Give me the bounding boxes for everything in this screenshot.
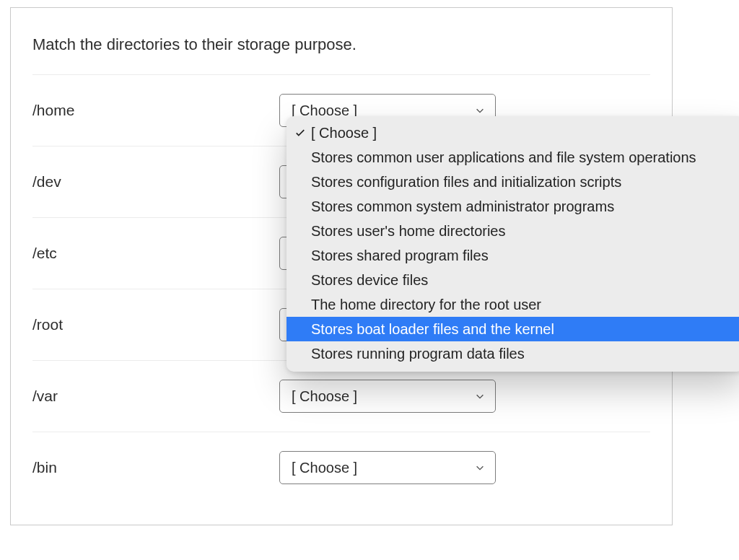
dropdown-option[interactable]: Stores common system administrator progr…: [287, 194, 739, 219]
dropdown-menu[interactable]: [ Choose ]Stores common user application…: [287, 116, 739, 372]
directory-label: /root: [32, 316, 279, 333]
chevron-down-icon: [475, 463, 485, 473]
dropdown-option-label: [ Choose ]: [311, 123, 377, 143]
select-value: [ Choose ]: [292, 460, 357, 476]
dropdown-option[interactable]: Stores running program data files: [287, 341, 739, 366]
choose-select[interactable]: [ Choose ]: [279, 380, 496, 413]
dropdown-option[interactable]: Stores boat loader files and the kernel: [287, 317, 739, 341]
chevron-down-icon: [475, 105, 485, 115]
directory-label: /var: [32, 388, 279, 405]
directory-label: /dev: [32, 173, 279, 191]
dropdown-option[interactable]: [ Choose ]: [287, 121, 739, 145]
directory-label: /bin: [32, 459, 279, 476]
matching-row: /bin [ Choose ]: [32, 432, 650, 503]
chevron-down-icon: [475, 391, 485, 401]
directory-label: /etc: [32, 245, 279, 262]
dropdown-option-label: Stores user's home directories: [311, 221, 505, 241]
dropdown-option-label: Stores common user applications and file…: [311, 147, 696, 167]
dropdown-option[interactable]: Stores common user applications and file…: [287, 145, 739, 170]
dropdown-option[interactable]: Stores device files: [287, 268, 739, 292]
dropdown-option[interactable]: The home directory for the root user: [287, 292, 739, 317]
select-value: [ Choose ]: [292, 388, 357, 405]
question-card: Match the directories to their storage p…: [10, 7, 673, 525]
dropdown-option-label: Stores boat loader files and the kernel: [311, 319, 554, 339]
dropdown-option-label: The home directory for the root user: [311, 294, 541, 315]
choose-select[interactable]: [ Choose ]: [279, 451, 496, 484]
check-icon: [295, 128, 311, 138]
dropdown-option[interactable]: Stores configuration files and initializ…: [287, 170, 739, 194]
dropdown-option[interactable]: Stores shared program files: [287, 243, 739, 268]
dropdown-option-label: Stores configuration files and initializ…: [311, 172, 621, 192]
dropdown-option-label: Stores device files: [311, 270, 428, 290]
question-prompt: Match the directories to their storage p…: [32, 35, 650, 54]
dropdown-option-label: Stores common system administrator progr…: [311, 196, 614, 216]
dropdown-option[interactable]: Stores user's home directories: [287, 219, 739, 243]
dropdown-option-label: Stores running program data files: [311, 344, 525, 364]
dropdown-option-label: Stores shared program files: [311, 245, 489, 266]
directory-label: /home: [32, 102, 279, 119]
